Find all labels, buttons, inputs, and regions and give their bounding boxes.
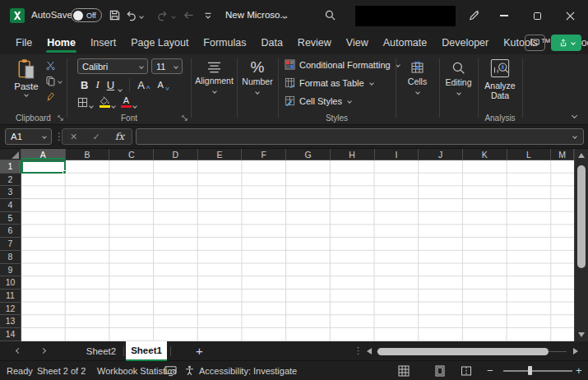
row-header-8[interactable]: 8 [0, 251, 21, 264]
insert-function-button[interactable]: fx [115, 131, 124, 142]
search-icon[interactable] [324, 9, 336, 21]
column-header-l[interactable]: L [507, 149, 552, 160]
new-sheet-button[interactable]: + [196, 341, 203, 361]
close-button[interactable] [561, 7, 579, 25]
save-icon[interactable] [109, 9, 121, 21]
row-header-7[interactable]: 7 [0, 238, 21, 251]
row-header-1[interactable]: 1 [0, 160, 21, 174]
scroll-right-arrow-icon[interactable] [573, 348, 578, 355]
decrease-font-size-button[interactable]: A^ [157, 80, 169, 90]
column-header-i[interactable]: I [375, 149, 419, 160]
zoom-in-button[interactable]: + [576, 361, 582, 380]
number-group[interactable]: % Number [237, 54, 278, 125]
page-layout-view-button[interactable] [433, 361, 447, 380]
scroll-up-arrow-icon[interactable] [578, 153, 585, 158]
column-header-h[interactable]: H [331, 149, 375, 160]
select-all-button[interactable] [0, 149, 21, 160]
zoom-out-button[interactable]: − [487, 361, 493, 380]
zoom-slider-track[interactable] [503, 370, 572, 372]
row-header-13[interactable]: 13 [0, 315, 21, 328]
row-header-12[interactable]: 12 [0, 303, 21, 316]
font-color-button[interactable]: A [121, 96, 137, 108]
cell-styles-button[interactable]: Cell Styles [285, 95, 351, 106]
ribbon-tab-home[interactable]: Home [39, 31, 83, 54]
analyze-data-button[interactable]: Analyze Data [481, 58, 519, 100]
row-header-3[interactable]: 3 [0, 186, 21, 199]
sparkle-pen-icon[interactable] [467, 8, 481, 22]
comments-button[interactable] [525, 35, 545, 51]
row-header-2[interactable]: 2 [0, 174, 21, 187]
row-header-5[interactable]: 5 [0, 212, 21, 225]
scroll-left-arrow-icon[interactable] [367, 348, 372, 355]
cut-button[interactable] [45, 60, 56, 71]
vertical-scrollbar[interactable] [574, 149, 588, 341]
next-sheet-icon[interactable] [40, 348, 46, 354]
column-header-j[interactable]: J [419, 149, 463, 160]
document-title[interactable]: New Microso... [225, 10, 288, 20]
maximize-button[interactable] [528, 7, 546, 25]
borders-button[interactable] [77, 97, 93, 108]
column-header-g[interactable]: G [286, 149, 331, 160]
scroll-down-arrow-icon[interactable] [578, 332, 585, 337]
conditional-formatting-button[interactable]: Conditional Formatting [285, 59, 400, 70]
column-header-m[interactable]: M [551, 149, 574, 160]
accessibility-status-button[interactable]: Accessibility: Investigate [184, 361, 297, 380]
quick-access-toolbar-icon[interactable] [202, 9, 214, 21]
row-header-6[interactable]: 6 [0, 225, 21, 238]
ribbon-tab-file[interactable]: File [8, 31, 39, 54]
ribbon-tab-developer[interactable]: Developer [434, 31, 496, 54]
ribbon-tab-formulas[interactable]: Formulas [196, 31, 253, 54]
ribbon-tab-page-layout[interactable]: Page Layout [123, 31, 196, 54]
column-header-a[interactable]: A [21, 149, 66, 160]
sheet-cells[interactable] [21, 160, 574, 341]
column-header-f[interactable]: F [242, 149, 286, 160]
horizontal-scrollbar[interactable] [367, 348, 578, 355]
row-header-10[interactable]: 10 [0, 276, 21, 290]
expand-formula-bar-icon[interactable] [572, 134, 577, 139]
copy-button[interactable] [45, 76, 62, 86]
ribbon-tab-insert[interactable]: Insert [83, 31, 123, 54]
minimize-button[interactable] [495, 7, 513, 25]
zoom-slider-thumb[interactable] [528, 366, 532, 375]
formula-input[interactable] [136, 128, 584, 145]
normal-view-button[interactable] [396, 361, 411, 380]
ribbon-tab-data[interactable]: Data [253, 31, 289, 54]
ribbon-tab-automate[interactable]: Automate [376, 31, 435, 54]
format-as-table-button[interactable]: Format as Table [285, 77, 373, 88]
editing-group[interactable]: Editing [439, 54, 478, 125]
format-painter-button[interactable] [45, 91, 56, 102]
fill-color-button[interactable] [99, 96, 115, 108]
sheet-options-kebab-icon[interactable]: ⋮ [354, 345, 363, 356]
column-header-e[interactable]: E [198, 149, 243, 160]
underline-button[interactable]: U [107, 79, 122, 91]
vertical-scroll-thumb[interactable] [577, 165, 586, 268]
name-box[interactable]: A1 [5, 128, 52, 145]
column-header-k[interactable]: K [463, 149, 507, 160]
column-header-c[interactable]: C [109, 149, 154, 160]
screen-clock-icon[interactable] [164, 361, 177, 380]
row-header-11[interactable]: 11 [0, 290, 21, 303]
selected-cell-a1[interactable] [21, 160, 66, 174]
ribbon-tab-view[interactable]: View [339, 31, 376, 54]
increase-font-size-button[interactable]: A^ [137, 79, 150, 91]
ribbon-tab-review[interactable]: Review [290, 31, 339, 54]
column-header-d[interactable]: D [154, 149, 198, 160]
undo-icon[interactable] [125, 9, 137, 21]
paste-button[interactable]: Paste [10, 58, 43, 96]
page-break-preview-button[interactable] [459, 361, 474, 380]
alignment-group[interactable]: Alignment [192, 54, 237, 125]
undo-dropdown-icon[interactable] [139, 14, 144, 19]
collapse-ribbon-icon[interactable] [572, 113, 577, 118]
bold-button[interactable]: B [81, 79, 88, 91]
row-header-9[interactable]: 9 [0, 264, 21, 277]
sheet-tab-sheet1[interactable]: Sheet1 [126, 341, 167, 361]
italic-button[interactable]: I [95, 78, 99, 91]
font-name-combo[interactable]: Calibri [77, 58, 148, 74]
horizontal-scroll-thumb[interactable] [377, 348, 549, 355]
fill-handle[interactable] [63, 170, 67, 174]
cancel-icon[interactable]: ✕ [70, 132, 77, 142]
column-header-b[interactable]: B [66, 149, 110, 160]
row-header-4[interactable]: 4 [0, 199, 21, 212]
row-header-14[interactable]: 14 [0, 328, 21, 341]
enter-icon[interactable]: ✓ [92, 132, 100, 142]
